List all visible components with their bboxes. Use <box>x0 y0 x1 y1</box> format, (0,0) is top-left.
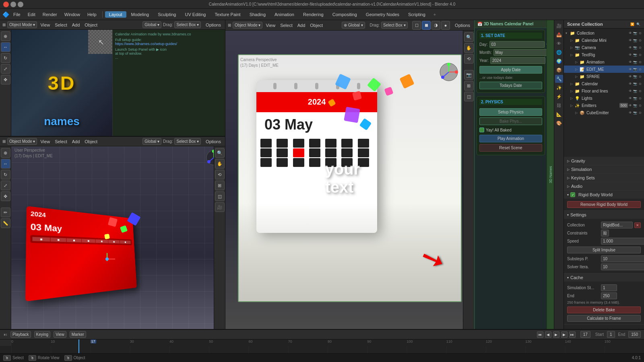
orientation-main[interactable]: ⊕ Global ▾ <box>342 22 365 29</box>
close-btn[interactable] <box>3 2 9 7</box>
select-menu-bl[interactable]: Select <box>53 138 69 145</box>
view-tool-5[interactable]: ◫ <box>215 191 225 201</box>
cal-render[interactable]: ⊙ <box>638 81 642 86</box>
marker-dropdown[interactable]: Marker <box>70 331 86 338</box>
tree-item-collection[interactable]: ▾ 📁 Collection 👁 📷 ⊙ <box>564 29 644 37</box>
workspace-shading[interactable]: Shading <box>246 11 270 18</box>
mode-dropdown[interactable]: Object Mode ▾ <box>7 21 37 28</box>
prev-frame-btn[interactable]: ◀ <box>545 331 551 338</box>
menu-render[interactable]: Render <box>39 11 60 18</box>
cal-cam[interactable]: 📷 <box>633 81 638 86</box>
view-tool-3[interactable]: ⟲ <box>215 170 225 179</box>
view-dropdown-tl[interactable]: View <box>54 331 66 338</box>
remove-rigid-body-btn[interactable]: Remove Rigid Body World <box>567 201 641 208</box>
day-input[interactable] <box>489 41 545 48</box>
keying-header[interactable]: ▷ Keying Sets <box>564 174 644 182</box>
move-tool-b[interactable]: ↔ <box>1 159 10 169</box>
workspace-geometry[interactable]: Geometry Nodes <box>362 11 403 18</box>
workspace-uv[interactable]: UV Editing <box>181 11 210 18</box>
props-material[interactable]: 🎨 <box>555 119 563 127</box>
current-frame-display[interactable]: 17 <box>580 331 590 338</box>
workspace-modeling[interactable]: Modeling <box>127 11 153 18</box>
menu-edit[interactable]: Edit <box>25 11 39 18</box>
view-tool-1[interactable]: 🔍 <box>215 148 225 158</box>
menu-help[interactable]: Help <box>84 11 100 18</box>
maximize-btn[interactable] <box>18 2 23 7</box>
spare-eye[interactable]: 👁 <box>628 74 633 79</box>
props-physics[interactable]: ⚡ <box>555 93 563 101</box>
cube-render[interactable]: ⊙ <box>638 110 642 115</box>
view-tool-6[interactable]: 🎥 <box>215 202 225 212</box>
next-frame-btn[interactable]: ▶ <box>561 331 568 338</box>
settings-header[interactable]: ▾ Settings <box>564 211 644 219</box>
cursor-tool-b[interactable]: ⊕ <box>1 148 10 158</box>
props-scene[interactable]: 🌐 <box>555 48 563 56</box>
setup-url[interactable]: https://www.3dnames.co/setup-guides/ <box>115 42 223 46</box>
rigid-body-checkbox[interactable]: ✓ <box>570 192 575 197</box>
options-btn[interactable]: Options <box>204 22 223 28</box>
jump-start-btn[interactable]: ⏮ <box>537 331 543 338</box>
camera-cam-btn[interactable]: 📷 <box>633 45 638 50</box>
add-menu-bl[interactable]: Add <box>70 138 82 145</box>
props-constraints[interactable]: ⛓ <box>555 101 563 109</box>
menu-file[interactable]: File <box>10 11 24 18</box>
todays-date-btn[interactable]: Todays Date <box>479 82 542 89</box>
tree-item-lights[interactable]: ▷ 💡 Lights 👁 📷 ⊙ <box>564 95 644 102</box>
tree-item-animation[interactable]: ▷ 📁 Animation 👁 📷 ⊙ <box>564 58 644 66</box>
add-workspace-btn[interactable]: + <box>430 11 439 18</box>
collection-eye[interactable]: 👁 <box>628 31 633 35</box>
cache-header[interactable]: ▾ Cache <box>564 274 644 282</box>
tree-item-floor[interactable]: ▷ 📁 Floor and lines 👁 📷 ⊙ <box>564 87 644 95</box>
coll-value[interactable]: RigidBod... <box>601 222 633 228</box>
editme-render[interactable]: ⊙ <box>638 67 642 72</box>
tree-item-emitters[interactable]: ▷ ✨ Emitters 500 👁 📷 ⊙ <box>564 102 644 109</box>
workspace-sculpting[interactable]: Sculpting <box>154 11 180 18</box>
calmin-render[interactable]: ⊙ <box>638 38 642 43</box>
workspace-scripting[interactable]: Scripting <box>404 11 429 18</box>
play-animation-btn[interactable]: Play Animation <box>479 135 542 142</box>
3dnames-tab[interactable]: 3D Names <box>547 20 554 329</box>
speed-input[interactable] <box>601 238 644 245</box>
audio-header[interactable]: ▷ Audio <box>564 182 644 190</box>
add-menu[interactable]: Add <box>70 22 82 28</box>
textrig-eye[interactable]: 👁 <box>628 52 633 57</box>
bake-physics-btn[interactable]: Bake Phys... <box>479 117 542 125</box>
baked-checkbox[interactable] <box>479 128 484 132</box>
camera-tool-main[interactable]: 📷 <box>464 70 474 80</box>
add-menu-main[interactable]: Add <box>296 22 307 29</box>
zoom-tool-main[interactable]: 🔍 <box>464 32 474 42</box>
camera-viewport-canvas[interactable]: 2024 03 May <box>225 31 474 329</box>
props-world[interactable]: 🌍 <box>555 57 563 65</box>
cube-eye[interactable]: 👁 <box>628 110 633 115</box>
transform-tool-b[interactable]: ✥ <box>1 191 10 201</box>
spare-cam[interactable]: 📷 <box>633 74 638 79</box>
delete-bake-btn[interactable]: Delete Bake <box>567 306 641 313</box>
textrig-render[interactable]: ⊙ <box>638 52 642 57</box>
tree-item-calmin[interactable]: ▷ 📁 Calendar Mini 👁 📷 ⊙ <box>564 37 644 44</box>
object-menu-main[interactable]: Object <box>308 22 324 29</box>
annotate-tool[interactable]: ✏ <box>1 208 10 217</box>
drag-dropdown-bl[interactable]: Select Box ▾ <box>174 138 201 145</box>
props-output[interactable]: 📤 <box>555 31 563 39</box>
calc-frame-btn[interactable]: Calculate to Frame <box>567 315 641 322</box>
props-particles[interactable]: ✨ <box>555 84 563 92</box>
sim-start-input[interactable] <box>601 284 617 291</box>
scale-tool-b[interactable]: ⤢ <box>1 181 10 190</box>
rotate-tool[interactable]: ↻ <box>1 53 10 63</box>
drag-dropdown[interactable]: Select Box ▾ <box>174 21 201 28</box>
menu-window[interactable]: Window <box>61 11 83 18</box>
props-object[interactable]: 📦 <box>555 66 563 74</box>
measure-tool[interactable]: 📏 <box>1 218 10 228</box>
collection-cam[interactable]: 📷 <box>633 31 638 35</box>
view-menu-bl[interactable]: View <box>39 138 52 145</box>
rotate-tool-b[interactable]: ↻ <box>1 170 10 179</box>
select-menu-main[interactable]: Select <box>279 22 294 29</box>
end-input[interactable] <box>601 292 617 299</box>
minimize-btn[interactable] <box>10 2 16 7</box>
pan-tool-main[interactable]: ✋ <box>464 43 474 53</box>
floor-cam[interactable]: 📷 <box>633 88 638 93</box>
solver-input[interactable] <box>601 263 644 270</box>
move-tool[interactable]: ↔ <box>1 42 10 52</box>
view-menu[interactable]: View <box>39 22 52 28</box>
props-data[interactable]: 📐 <box>555 110 563 118</box>
